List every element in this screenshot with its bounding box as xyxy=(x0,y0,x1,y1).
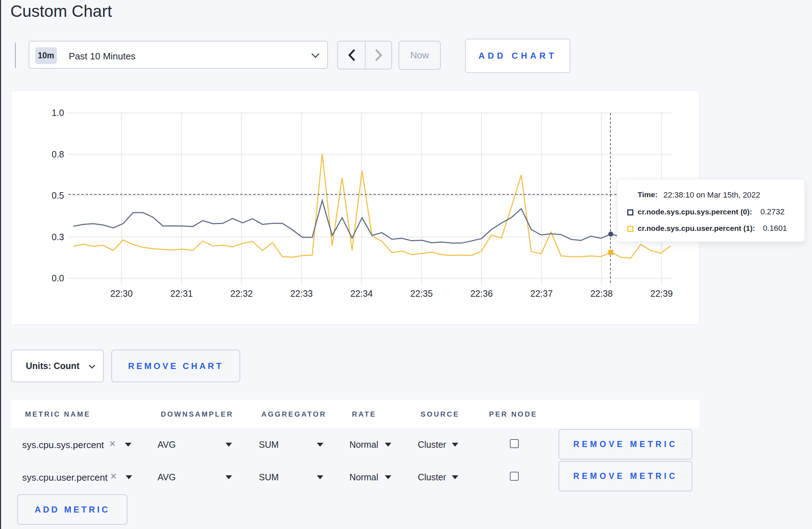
svg-text:22:37: 22:37 xyxy=(530,288,553,299)
svg-text:22:32: 22:32 xyxy=(230,288,253,299)
svg-text:0.3: 0.3 xyxy=(52,232,64,242)
svg-text:22:39: 22:39 xyxy=(651,288,673,299)
svg-text:0.0: 0.0 xyxy=(52,273,64,283)
svg-text:22:35: 22:35 xyxy=(410,288,433,299)
svg-text:22:33: 22:33 xyxy=(290,288,313,299)
svg-text:0.5: 0.5 xyxy=(52,190,64,200)
svg-text:22:31: 22:31 xyxy=(170,288,193,299)
svg-text:22:34: 22:34 xyxy=(351,288,373,299)
svg-text:1.0: 1.0 xyxy=(52,108,64,118)
svg-text:22:38: 22:38 xyxy=(590,288,613,299)
svg-text:0.8: 0.8 xyxy=(52,149,64,159)
svg-text:22:36: 22:36 xyxy=(470,288,493,299)
svg-text:22:30: 22:30 xyxy=(110,288,133,299)
